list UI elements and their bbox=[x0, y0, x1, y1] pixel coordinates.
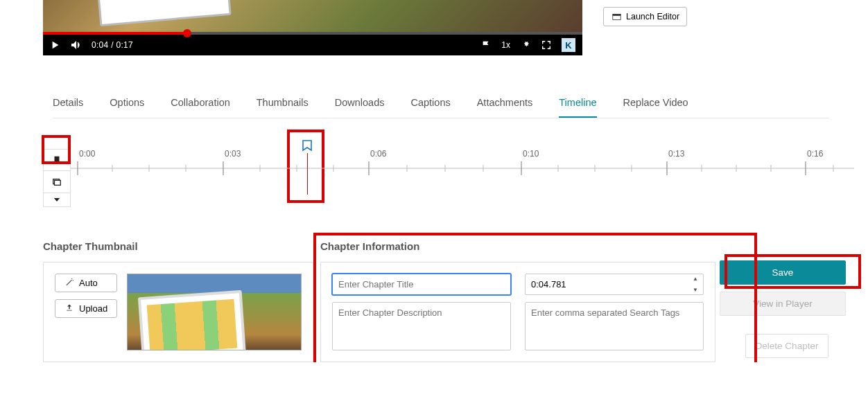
chapter-thumbnail-preview bbox=[127, 274, 302, 350]
chapter-track-icon[interactable] bbox=[44, 149, 70, 171]
fullscreen-icon[interactable] bbox=[541, 39, 552, 51]
tab-captions[interactable]: Captions bbox=[410, 97, 450, 109]
upload-icon bbox=[65, 303, 73, 314]
view-in-player-button[interactable]: View in Player bbox=[720, 292, 846, 316]
tab-thumbnails[interactable]: Thumbnails bbox=[257, 97, 309, 109]
chapter-tags-input[interactable] bbox=[525, 302, 704, 350]
chapter-marker[interactable] bbox=[301, 139, 313, 195]
tab-timeline[interactable]: Timeline bbox=[559, 97, 596, 118]
view-in-player-label: View in Player bbox=[753, 298, 812, 309]
chapter-time-input[interactable] bbox=[525, 274, 704, 295]
track-expand-icon[interactable] bbox=[44, 193, 70, 207]
tab-collaboration[interactable]: Collaboration bbox=[171, 97, 229, 109]
chapter-thumbnail-title: Chapter Thumbnail bbox=[43, 240, 313, 252]
tab-replace-video[interactable]: Replace Video bbox=[623, 97, 688, 109]
chapter-title-input[interactable] bbox=[332, 274, 511, 295]
video-content-thumbnail bbox=[97, 0, 232, 26]
chapter-information-title: Chapter Information bbox=[320, 240, 715, 252]
timeline-ruler[interactable]: 0:00 0:03 0:06 0:10 0:13 0:16 bbox=[71, 149, 854, 194]
svg-rect-4 bbox=[612, 14, 620, 15]
upload-thumbnail-label: Upload bbox=[79, 303, 107, 314]
svg-marker-0 bbox=[53, 42, 59, 49]
progress-bar[interactable] bbox=[43, 32, 582, 35]
player-control-bar: 0:04 / 0:17 1x K bbox=[43, 35, 582, 55]
timeline-track-tools bbox=[43, 149, 71, 207]
upload-thumbnail-button[interactable]: Upload bbox=[55, 299, 117, 318]
progress-fill bbox=[43, 32, 183, 35]
chapter-actions-panel: Save View in Player Delete Chapter bbox=[715, 260, 854, 358]
auto-thumbnail-button[interactable]: Auto bbox=[55, 274, 117, 292]
slides-track-icon[interactable] bbox=[44, 171, 70, 193]
tab-details[interactable]: Details bbox=[53, 97, 83, 109]
volume-icon[interactable] bbox=[71, 39, 82, 51]
wand-icon bbox=[65, 278, 73, 288]
chapter-information-panel: Chapter Information ▲▼ bbox=[313, 240, 715, 362]
player-time-display: 0:04 / 0:17 bbox=[92, 40, 133, 50]
save-button[interactable]: Save bbox=[720, 260, 846, 285]
timeline-tick-label: 0:10 bbox=[523, 149, 539, 159]
tabs-row: Details Options Collaboration Thumbnails… bbox=[53, 97, 829, 118]
timeline-tick-label: 0:16 bbox=[807, 149, 823, 159]
launch-editor-label: Launch Editor bbox=[626, 12, 679, 21]
video-frame bbox=[43, 0, 582, 35]
timeline-tick-label: 0:13 bbox=[668, 149, 684, 159]
brand-badge[interactable]: K bbox=[562, 38, 575, 52]
player-current-time: 0:04 bbox=[92, 40, 109, 50]
gear-icon[interactable] bbox=[520, 39, 531, 51]
timeline-tick-label: 0:03 bbox=[225, 149, 241, 159]
number-spinner[interactable]: ▲▼ bbox=[693, 276, 701, 293]
chapter-thumbnail-panel: Chapter Thumbnail Auto Upload bbox=[43, 240, 313, 362]
delete-chapter-label: Delete Chapter bbox=[756, 341, 819, 351]
svg-marker-1 bbox=[71, 41, 76, 49]
player-total-time: 0:17 bbox=[116, 40, 133, 50]
playback-speed[interactable]: 1x bbox=[501, 40, 510, 50]
svg-marker-7 bbox=[54, 198, 60, 202]
timeline-tick-label: 0:06 bbox=[370, 149, 386, 159]
save-button-label: Save bbox=[772, 267, 794, 278]
delete-chapter-button[interactable]: Delete Chapter bbox=[745, 334, 828, 358]
chapter-description-input[interactable] bbox=[332, 302, 511, 350]
timeline-editor: 0:00 0:03 0:06 0:10 0:13 0:16 bbox=[43, 149, 854, 207]
chapter-marker-stem bbox=[307, 153, 308, 195]
tab-options[interactable]: Options bbox=[110, 97, 144, 109]
flag-icon[interactable] bbox=[480, 39, 492, 51]
timeline-tick-label: 0:00 bbox=[79, 149, 95, 159]
auto-thumbnail-label: Auto bbox=[79, 278, 98, 288]
launch-editor-button[interactable]: Launch Editor bbox=[603, 7, 687, 26]
tab-attachments[interactable]: Attachments bbox=[477, 97, 533, 109]
film-icon bbox=[611, 11, 622, 22]
tab-downloads[interactable]: Downloads bbox=[335, 97, 385, 109]
play-icon[interactable] bbox=[50, 39, 61, 51]
thumbnail-content bbox=[138, 290, 246, 350]
svg-rect-6 bbox=[55, 180, 61, 185]
video-player[interactable]: 0:04 / 0:17 1x K bbox=[43, 0, 582, 55]
